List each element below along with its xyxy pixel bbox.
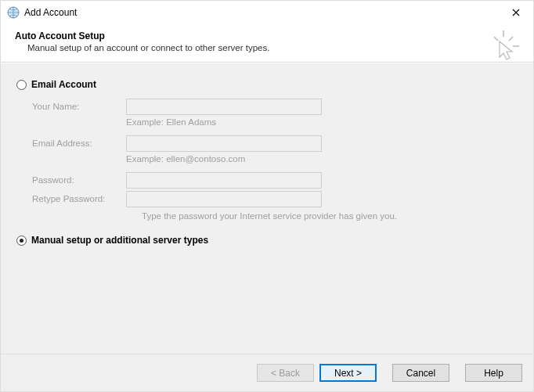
titlebar: Add Account bbox=[1, 1, 533, 24]
wizard-footer: < Back Next > Cancel Help bbox=[1, 354, 533, 391]
help-button[interactable]: Help bbox=[465, 364, 522, 382]
retype-password-label: Retype Password: bbox=[32, 194, 126, 203]
password-hint: Type the password your Internet service … bbox=[142, 209, 522, 221]
radio-email-account-label: Email Account bbox=[31, 79, 96, 90]
page-subtitle: Manual setup of an account or connect to… bbox=[27, 43, 519, 52]
radio-icon bbox=[16, 80, 27, 90]
password-label: Password: bbox=[32, 175, 126, 185]
add-account-dialog: Add Account Auto Account Setup Manual se… bbox=[0, 0, 534, 392]
window-title: Add Account bbox=[24, 7, 498, 18]
radio-manual-setup-label: Manual setup or additional server types bbox=[31, 235, 208, 246]
back-button: < Back bbox=[257, 364, 314, 382]
your-name-field bbox=[126, 99, 322, 115]
cursor-click-icon bbox=[488, 31, 519, 62]
cancel-button[interactable]: Cancel bbox=[392, 364, 449, 382]
email-account-form: Your Name: Example: Ellen Adams Email Ad… bbox=[32, 98, 522, 221]
svg-line-2 bbox=[509, 37, 513, 41]
wizard-header: Auto Account Setup Manual setup of an ac… bbox=[1, 24, 533, 63]
retype-password-field bbox=[126, 191, 322, 207]
your-name-hint: Example: Ellen Adams bbox=[126, 117, 216, 127]
svg-line-4 bbox=[494, 37, 498, 41]
page-title: Auto Account Setup bbox=[15, 31, 519, 41]
close-button[interactable] bbox=[498, 1, 533, 24]
your-name-label: Your Name: bbox=[32, 102, 126, 111]
radio-icon bbox=[16, 236, 27, 246]
app-globe-icon bbox=[7, 6, 20, 19]
email-field bbox=[126, 135, 322, 152]
next-button[interactable]: Next > bbox=[319, 364, 377, 382]
radio-manual-setup[interactable]: Manual setup or additional server types bbox=[16, 235, 522, 246]
password-field bbox=[126, 172, 322, 189]
email-hint: Example: ellen@contoso.com bbox=[126, 153, 245, 164]
email-label: Email Address: bbox=[32, 138, 126, 148]
wizard-content: Email Account Your Name: Example: Ellen … bbox=[1, 63, 533, 354]
radio-email-account[interactable]: Email Account bbox=[16, 79, 522, 90]
